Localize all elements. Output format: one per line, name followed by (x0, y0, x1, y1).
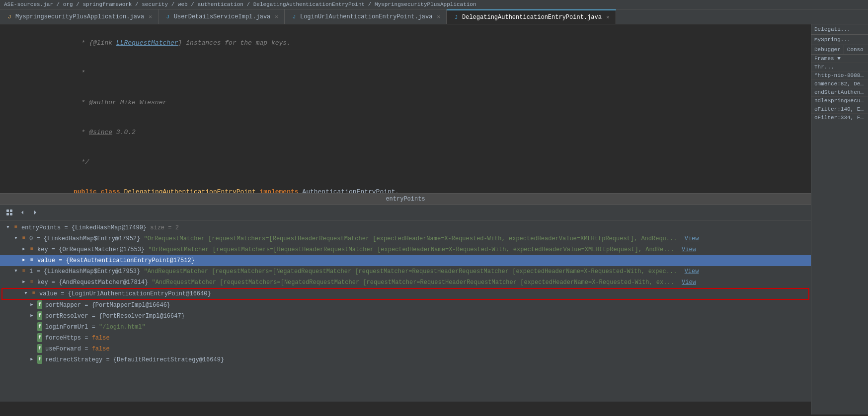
side-item-4-label: endStartAuthenti... (814, 89, 868, 95)
code-line-4: * @since 3.0.2 (0, 118, 811, 147)
tree-arrow-key-0[interactable] (20, 245, 28, 253)
tree-text-key-1: key = {AndRequestMatcher@17814} "AndRequ… (37, 278, 807, 287)
tab-label-userdetails: UserDetailsServiceImpl.java (174, 13, 270, 20)
tree-item-value-0[interactable]: ≡ value = {RestAuthenticationEntryPoint@… (0, 255, 811, 266)
side-item-thr[interactable]: Thr... (811, 63, 868, 71)
tree-item-portmapper[interactable]: f portMapper = {PortMapperImpl@16646} (0, 300, 811, 311)
tab-userdetails[interactable]: J UserDetailsServiceImpl.java ✕ (158, 9, 285, 24)
tree-view-0[interactable]: View (685, 235, 699, 242)
tree-view-key-0[interactable]: View (682, 246, 696, 253)
tree-arrow-portresolver[interactable] (28, 312, 36, 320)
tree-item-value-1[interactable]: ≡ value = {LoginUrlAuthenticationEntryPo… (2, 288, 809, 299)
side-item-ommence[interactable]: ommence:82, De... (811, 80, 868, 88)
tree-arrow-root[interactable] (4, 223, 12, 231)
debug-forward-btn[interactable] (30, 207, 41, 218)
tab-console-label: Conso (847, 47, 864, 53)
tab-close-loginurl[interactable]: ✕ (437, 13, 440, 20)
tree-text-portmapper: portMapper = {PortMapperImpl@16646} (45, 301, 807, 310)
tab-delegating[interactable]: J DelegatingAuthenticationEntryPoint.jav… (447, 9, 616, 24)
code-line-5: */ (0, 147, 811, 177)
code-text-1: * {@link LLRequestMatcher} instances for… (35, 28, 807, 58)
side-item-http[interactable]: *http-nio-8088... (811, 71, 868, 80)
tree-item-0[interactable]: ≡ 0 = {LinkedHashMap$Entry@17952} "OrReq… (0, 233, 811, 244)
debug-side-tabs: Debugger Conso (811, 45, 868, 55)
code-line-2: * (0, 58, 811, 88)
tree-arrow-forcehttps (28, 334, 36, 342)
tree-icon-key-0: ≡ (28, 245, 36, 253)
tree-arrow-useforward (28, 345, 36, 352)
tab-loginurl[interactable]: J LoginUrlAuthenticationEntryPoint.java … (285, 9, 447, 24)
tree-icon-key-1: ≡ (28, 278, 36, 286)
tree-view-key-1[interactable]: View (682, 279, 696, 286)
code-editor: * {@link LLRequestMatcher} instances for… (0, 24, 811, 415)
tree-arrow-redirectstrategy[interactable] (28, 355, 36, 363)
tree-arrow-value-1[interactable] (22, 289, 30, 297)
tree-icon-root: ≡ (12, 223, 20, 231)
side-item-ofilter334[interactable]: oFilter:334, Filter... (811, 114, 868, 122)
tree-icon-portresolver: f (36, 312, 44, 320)
debug-panel: entryPoints (0, 193, 811, 402)
tree-item-key-0[interactable]: ≡ key = {OrRequestMatcher@17553} "OrRequ… (0, 244, 811, 255)
line-num-5 (0, 147, 25, 148)
tab-bar: J MyspringsecurityPlusApplication.java ✕… (0, 9, 868, 24)
tree-arrow-1[interactable] (12, 267, 20, 275)
tree-view-1[interactable]: View (685, 268, 699, 275)
tree-text-redirectstrategy: redirectStrategy = {DefaultRedirectStrat… (45, 355, 807, 364)
right-side-panel: Delegati... MySpring... Debugger Conso F… (811, 24, 868, 415)
right-label-2-text: MySpring... (814, 37, 851, 43)
side-item-5-label: ndleSpringSecuri... (814, 98, 868, 104)
svg-rect-0 (6, 209, 9, 212)
tab-icon-userdetails: J (164, 13, 171, 20)
tree-item-forcehttps[interactable]: f forceHttps = false (0, 333, 811, 344)
code-line-3: * @author Mike Wiesner (0, 88, 811, 118)
side-item-endstart[interactable]: endStartAuthenti... (811, 88, 868, 97)
side-item-ndlespring[interactable]: ndleSpringSecuri... (811, 97, 868, 105)
tab-icon-delegating: J (453, 14, 460, 21)
code-text-2: * (35, 58, 807, 88)
line-num-4 (0, 118, 25, 118)
tab-label-loginurl: LoginUrlAuthenticationEntryPoint.java (300, 13, 432, 20)
line-num-3 (0, 88, 25, 88)
tree-arrow-loginformurl (28, 323, 36, 331)
tree-item-root[interactable]: ≡ entryPoints = {LinkedHashMap@17490} si… (0, 222, 811, 233)
tree-arrow-value-0[interactable] (20, 256, 28, 264)
tab-debugger[interactable]: Debugger (811, 45, 844, 54)
tree-text-root: entryPoints = {LinkedHashMap@17490} size… (21, 223, 807, 232)
tree-item-1[interactable]: ≡ 1 = {LinkedHashMap$Entry@17953} "AndRe… (0, 266, 811, 277)
tree-item-redirectstrategy[interactable]: f redirectStrategy = {DefaultRedirectStr… (0, 354, 811, 365)
debug-grid-btn[interactable] (4, 207, 15, 218)
tree-item-useforward[interactable]: f useForward = false (0, 344, 811, 354)
tab-console[interactable]: Conso (844, 45, 867, 54)
tab-close-userdetails[interactable]: ✕ (275, 13, 278, 20)
side-item-ofilter140[interactable]: oFilter:140, Exce... (811, 105, 868, 114)
tree-text-value-0: value = {RestAuthenticationEntryPoint@17… (37, 256, 807, 265)
tree-text-1: 1 = {LinkedHashMap$Entry@17953} "AndRequ… (29, 267, 807, 276)
tab-myspring[interactable]: J MyspringsecurityPlusApplication.java ✕ (0, 9, 158, 24)
breadcrumb-text: ASE-sources.jar / org / springframework … (4, 1, 476, 7)
tree-item-loginformurl[interactable]: f loginFormUrl = "/login.html" (0, 322, 811, 333)
debug-toolbar (0, 205, 811, 220)
tree-icon-1: ≡ (20, 267, 28, 275)
breadcrumb-bar: ASE-sources.jar / org / springframework … (0, 0, 868, 9)
tree-icon-loginformurl: f (36, 323, 44, 331)
code-content[interactable]: * {@link LLRequestMatcher} instances for… (0, 24, 811, 193)
tree-arrow-0[interactable] (12, 234, 20, 242)
code-text-3: * @author Mike Wiesner (35, 88, 807, 118)
tab-close-delegating[interactable]: ✕ (606, 14, 610, 20)
side-item-frames[interactable]: Frames ▼ (811, 55, 868, 63)
tab-label-myspring: MyspringsecurityPlusApplication.java (15, 13, 144, 20)
tree-arrow-key-1[interactable] (20, 278, 28, 286)
tree-item-portresolver[interactable]: f portResolver = {PortResolverImpl@16647… (0, 311, 811, 322)
tree-item-key-1[interactable]: ≡ key = {AndRequestMatcher@17814} "AndRe… (0, 277, 811, 288)
debug-back-btn[interactable] (17, 207, 28, 218)
side-item-0-label: Frames ▼ (814, 56, 841, 62)
right-panel-label-1: Delegati... (811, 24, 868, 35)
debug-tree[interactable]: ≡ entryPoints = {LinkedHashMap@17490} si… (0, 220, 811, 402)
side-item-2-label: *http-nio-8088... (814, 72, 868, 78)
line-num-2 (0, 58, 25, 59)
tab-close-myspring[interactable]: ✕ (149, 13, 152, 20)
tree-text-0: 0 = {LinkedHashMap$Entry@17952} "OrReque… (29, 234, 807, 243)
tree-arrow-portmapper[interactable] (28, 301, 36, 309)
tree-icon-0: ≡ (20, 234, 28, 242)
svg-rect-3 (10, 213, 12, 215)
